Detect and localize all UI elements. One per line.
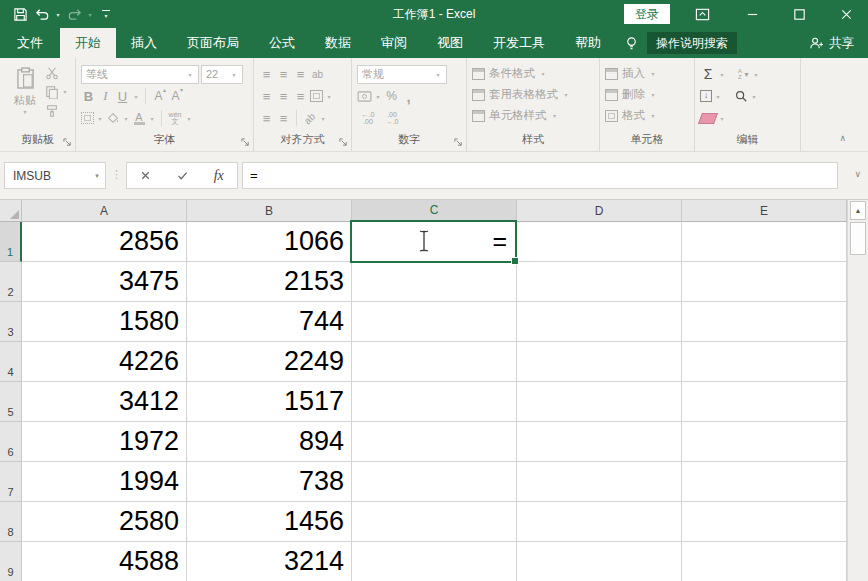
cell-D1[interactable]	[517, 222, 682, 262]
cell-D6[interactable]	[517, 422, 682, 462]
cell-B1[interactable]: 1066	[187, 222, 352, 262]
cell-A2[interactable]: 3475	[22, 262, 187, 302]
cell-D9[interactable]	[517, 542, 682, 581]
cell-A1[interactable]: 2856	[22, 222, 187, 262]
cell-D2[interactable]	[517, 262, 682, 302]
select-all-button[interactable]	[0, 200, 22, 222]
cell-C9[interactable]	[352, 542, 517, 581]
cell-B4[interactable]: 2249	[187, 342, 352, 382]
cell-E4[interactable]	[682, 342, 847, 382]
row-header-3[interactable]: 3	[0, 302, 22, 342]
ribbon-tab-1[interactable]: 开始	[60, 28, 116, 58]
cell-C5[interactable]	[352, 382, 517, 422]
ribbon-tab-6[interactable]: 审阅	[366, 28, 422, 58]
cell-A7[interactable]: 1994	[22, 462, 187, 502]
cell-B5[interactable]: 1517	[187, 382, 352, 422]
cell-E6[interactable]	[682, 422, 847, 462]
ribbon-tab-2[interactable]: 插入	[116, 28, 172, 58]
tab-file[interactable]: 文件	[0, 28, 60, 58]
vertical-scrollbar[interactable]: ▲	[847, 200, 868, 581]
cell-D4[interactable]	[517, 342, 682, 382]
row-header-1[interactable]: 1	[0, 222, 22, 262]
cell-A8[interactable]: 2580	[22, 502, 187, 542]
number-dialog-launcher[interactable]	[454, 138, 463, 147]
cell-C3[interactable]	[352, 302, 517, 342]
minimize-button[interactable]	[736, 0, 768, 28]
ribbon-tab-7[interactable]: 视图	[422, 28, 478, 58]
fill-icon[interactable]: ↓	[700, 90, 712, 102]
cell-B8[interactable]: 1456	[187, 502, 352, 542]
cancel-entry-button[interactable]	[127, 163, 164, 188]
confirm-entry-button[interactable]	[164, 163, 201, 188]
cell-D5[interactable]	[517, 382, 682, 422]
cell-E1[interactable]	[682, 222, 847, 262]
name-box[interactable]: IMSUB ▾	[4, 162, 106, 189]
cell-C6[interactable]	[352, 422, 517, 462]
cell-D7[interactable]	[517, 462, 682, 502]
cell-D3[interactable]	[517, 302, 682, 342]
alignment-dialog-launcher[interactable]	[339, 138, 348, 147]
cell-E2[interactable]	[682, 262, 847, 302]
ribbon-tab-8[interactable]: 开发工具	[478, 28, 560, 58]
cell-C8[interactable]	[352, 502, 517, 542]
ribbon-tab-4[interactable]: 公式	[254, 28, 310, 58]
column-header-D[interactable]: D	[517, 200, 682, 222]
undo-dropdown-icon[interactable]: ▾	[54, 11, 62, 18]
ribbon-tab-9[interactable]: 帮助	[560, 28, 616, 58]
find-select-icon[interactable]	[734, 89, 748, 103]
font-dialog-launcher[interactable]	[241, 138, 250, 147]
ribbon-tab-5[interactable]: 数据	[310, 28, 366, 58]
cell-E7[interactable]	[682, 462, 847, 502]
cell-B9[interactable]: 3214	[187, 542, 352, 581]
clipboard-dialog-launcher[interactable]	[63, 138, 72, 147]
close-button[interactable]	[830, 0, 862, 28]
cell-A9[interactable]: 4588	[22, 542, 187, 581]
selected-cell-C1[interactable]: =	[350, 220, 517, 263]
tell-me-search[interactable]: 操作说明搜索	[647, 32, 737, 54]
undo-button[interactable]	[32, 3, 52, 25]
save-button[interactable]	[10, 3, 30, 25]
scroll-up-button[interactable]: ▲	[850, 201, 866, 220]
cell-E9[interactable]	[682, 542, 847, 581]
ribbon-display-options-button[interactable]	[686, 0, 718, 28]
cell-B3[interactable]: 744	[187, 302, 352, 342]
ribbon-tab-3[interactable]: 页面布局	[172, 28, 254, 58]
cell-C7[interactable]	[352, 462, 517, 502]
column-header-B[interactable]: B	[187, 200, 352, 222]
cell-A5[interactable]: 3412	[22, 382, 187, 422]
sign-in-button[interactable]: 登录	[624, 4, 670, 24]
name-box-dropdown-icon[interactable]: ▾	[93, 172, 101, 180]
row-header-9[interactable]: 9	[0, 542, 22, 581]
scrollbar-thumb[interactable]	[850, 222, 866, 255]
formula-input[interactable]: =	[242, 162, 838, 189]
insert-function-button[interactable]: fx	[200, 163, 237, 188]
cell-E3[interactable]	[682, 302, 847, 342]
autosum-icon[interactable]: Σ	[700, 66, 716, 82]
column-header-E[interactable]: E	[682, 200, 847, 222]
formula-bar-drag-handle[interactable]: ⋮	[111, 168, 121, 181]
column-header-C[interactable]: C	[352, 200, 517, 222]
row-header-4[interactable]: 4	[0, 342, 22, 382]
row-header-8[interactable]: 8	[0, 502, 22, 542]
fill-handle[interactable]	[511, 257, 519, 265]
expand-formula-bar-icon[interactable]: ∨	[854, 169, 861, 179]
row-header-2[interactable]: 2	[0, 262, 22, 302]
cell-B2[interactable]: 2153	[187, 262, 352, 302]
cell-C2[interactable]	[352, 262, 517, 302]
customize-qat-button[interactable]: ▾	[102, 10, 110, 19]
maximize-button[interactable]	[783, 0, 815, 28]
cell-A6[interactable]: 1972	[22, 422, 187, 462]
cell-A4[interactable]: 4226	[22, 342, 187, 382]
cell-C4[interactable]	[352, 342, 517, 382]
row-header-5[interactable]: 5	[0, 382, 22, 422]
cell-B6[interactable]: 894	[187, 422, 352, 462]
column-header-A[interactable]: A	[22, 200, 187, 222]
row-header-7[interactable]: 7	[0, 462, 22, 502]
cell-E8[interactable]	[682, 502, 847, 542]
cell-E5[interactable]	[682, 382, 847, 422]
cell-A3[interactable]: 1580	[22, 302, 187, 342]
cell-D8[interactable]	[517, 502, 682, 542]
cell-B7[interactable]: 738	[187, 462, 352, 502]
share-button[interactable]: 共享	[808, 28, 868, 58]
row-header-6[interactable]: 6	[0, 422, 22, 462]
